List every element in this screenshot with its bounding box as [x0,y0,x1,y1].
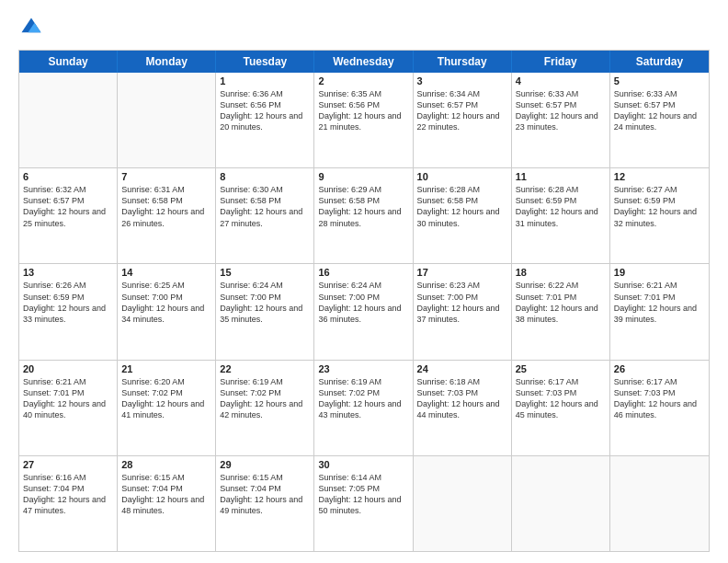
day-number: 11 [516,171,606,182]
day-number: 23 [318,363,408,374]
calendar-cell: 2Sunrise: 6:35 AMSunset: 6:56 PMDaylight… [314,73,413,167]
calendar-cell [118,73,216,167]
day-number: 17 [417,267,507,278]
calendar-week-row: 20Sunrise: 6:21 AMSunset: 7:01 PMDayligh… [19,361,709,456]
day-number: 1 [220,75,310,86]
calendar-cell: 20Sunrise: 6:21 AMSunset: 7:01 PMDayligh… [19,361,118,455]
day-number: 16 [318,267,408,278]
calendar-cell: 12Sunrise: 6:27 AMSunset: 6:59 PMDayligh… [610,168,709,263]
calendar-week-row: 13Sunrise: 6:26 AMSunset: 6:59 PMDayligh… [19,264,709,360]
logo [18,15,48,40]
day-number: 3 [417,75,507,86]
day-info: Sunrise: 6:28 AMSunset: 6:58 PMDaylight:… [417,184,507,229]
day-info: Sunrise: 6:15 AMSunset: 7:04 PMDaylight:… [121,472,211,517]
calendar-cell [610,456,709,551]
day-number: 30 [318,459,408,470]
day-info: Sunrise: 6:27 AMSunset: 6:59 PMDaylight:… [614,184,705,229]
day-info: Sunrise: 6:29 AMSunset: 6:58 PMDaylight:… [318,184,408,229]
calendar-cell: 6Sunrise: 6:32 AMSunset: 6:57 PMDaylight… [19,168,118,263]
day-info: Sunrise: 6:25 AMSunset: 7:00 PMDaylight:… [121,280,211,325]
day-number: 21 [121,363,211,374]
day-of-week-header: Wednesday [314,51,413,73]
day-info: Sunrise: 6:33 AMSunset: 6:57 PMDaylight:… [614,88,705,133]
day-number: 8 [220,171,310,182]
calendar-cell [414,456,512,551]
day-info: Sunrise: 6:32 AMSunset: 6:57 PMDaylight:… [23,184,113,229]
calendar: SundayMondayTuesdayWednesdayThursdayFrid… [18,50,710,552]
calendar-cell: 27Sunrise: 6:16 AMSunset: 7:04 PMDayligh… [19,456,118,551]
page: SundayMondayTuesdayWednesdayThursdayFrid… [0,0,728,563]
day-of-week-header: Monday [118,51,216,73]
day-number: 12 [614,171,705,182]
day-number: 6 [23,171,113,182]
day-info: Sunrise: 6:16 AMSunset: 7:04 PMDaylight:… [23,472,113,517]
calendar-cell: 5Sunrise: 6:33 AMSunset: 6:57 PMDaylight… [610,73,709,167]
calendar-cell [19,73,118,167]
day-number: 22 [220,363,310,374]
logo-icon [18,15,44,40]
calendar-cell: 1Sunrise: 6:36 AMSunset: 6:56 PMDaylight… [216,73,314,167]
calendar-cell: 19Sunrise: 6:21 AMSunset: 7:01 PMDayligh… [610,264,709,359]
day-info: Sunrise: 6:21 AMSunset: 7:01 PMDaylight:… [23,376,113,421]
calendar-cell [512,456,610,551]
day-info: Sunrise: 6:34 AMSunset: 6:57 PMDaylight:… [417,88,507,133]
day-number: 9 [318,171,408,182]
day-info: Sunrise: 6:17 AMSunset: 7:03 PMDaylight:… [614,376,705,421]
day-info: Sunrise: 6:18 AMSunset: 7:03 PMDaylight:… [417,376,507,421]
calendar-week-row: 1Sunrise: 6:36 AMSunset: 6:56 PMDaylight… [19,73,709,168]
day-number: 14 [121,267,211,278]
calendar-cell: 9Sunrise: 6:29 AMSunset: 6:58 PMDaylight… [314,168,413,263]
day-number: 10 [417,171,507,182]
day-number: 18 [516,267,606,278]
day-of-week-header: Friday [512,51,610,73]
day-number: 7 [121,171,211,182]
day-info: Sunrise: 6:24 AMSunset: 7:00 PMDaylight:… [220,280,310,325]
day-number: 20 [23,363,113,374]
day-of-week-header: Thursday [414,51,512,73]
day-info: Sunrise: 6:21 AMSunset: 7:01 PMDaylight:… [614,280,705,325]
day-info: Sunrise: 6:17 AMSunset: 7:03 PMDaylight:… [516,376,606,421]
calendar-cell: 8Sunrise: 6:30 AMSunset: 6:58 PMDaylight… [216,168,314,263]
day-number: 4 [516,75,606,86]
day-info: Sunrise: 6:30 AMSunset: 6:58 PMDaylight:… [220,184,310,229]
day-number: 26 [614,363,705,374]
calendar-cell: 3Sunrise: 6:34 AMSunset: 6:57 PMDaylight… [414,73,512,167]
day-of-week-header: Sunday [19,51,118,73]
calendar-cell: 24Sunrise: 6:18 AMSunset: 7:03 PMDayligh… [414,361,512,455]
calendar-cell: 28Sunrise: 6:15 AMSunset: 7:04 PMDayligh… [118,456,216,551]
day-number: 19 [614,267,705,278]
day-number: 29 [220,459,310,470]
calendar-cell: 14Sunrise: 6:25 AMSunset: 7:00 PMDayligh… [118,264,216,359]
day-number: 5 [614,75,705,86]
day-info: Sunrise: 6:19 AMSunset: 7:02 PMDaylight:… [220,376,310,421]
calendar-cell: 13Sunrise: 6:26 AMSunset: 6:59 PMDayligh… [19,264,118,359]
calendar-cell: 4Sunrise: 6:33 AMSunset: 6:57 PMDaylight… [512,73,610,167]
calendar-cell: 15Sunrise: 6:24 AMSunset: 7:00 PMDayligh… [216,264,314,359]
calendar-cell: 10Sunrise: 6:28 AMSunset: 6:58 PMDayligh… [414,168,512,263]
day-info: Sunrise: 6:33 AMSunset: 6:57 PMDaylight:… [516,88,606,133]
day-number: 28 [121,459,211,470]
calendar-cell: 18Sunrise: 6:22 AMSunset: 7:01 PMDayligh… [512,264,610,359]
calendar-cell: 26Sunrise: 6:17 AMSunset: 7:03 PMDayligh… [610,361,709,455]
day-info: Sunrise: 6:31 AMSunset: 6:58 PMDaylight:… [121,184,211,229]
day-number: 27 [23,459,113,470]
calendar-cell: 17Sunrise: 6:23 AMSunset: 7:00 PMDayligh… [414,264,512,359]
day-info: Sunrise: 6:28 AMSunset: 6:59 PMDaylight:… [516,184,606,229]
day-number: 24 [417,363,507,374]
calendar-body: 1Sunrise: 6:36 AMSunset: 6:56 PMDaylight… [19,73,709,551]
calendar-cell: 30Sunrise: 6:14 AMSunset: 7:05 PMDayligh… [314,456,413,551]
calendar-cell: 7Sunrise: 6:31 AMSunset: 6:58 PMDaylight… [118,168,216,263]
calendar-cell: 11Sunrise: 6:28 AMSunset: 6:59 PMDayligh… [512,168,610,263]
day-number: 13 [23,267,113,278]
day-of-week-header: Saturday [610,51,709,73]
calendar-cell: 22Sunrise: 6:19 AMSunset: 7:02 PMDayligh… [216,361,314,455]
day-number: 15 [220,267,310,278]
day-info: Sunrise: 6:24 AMSunset: 7:00 PMDaylight:… [318,280,408,325]
day-info: Sunrise: 6:19 AMSunset: 7:02 PMDaylight:… [318,376,408,421]
day-info: Sunrise: 6:15 AMSunset: 7:04 PMDaylight:… [220,472,310,517]
calendar-cell: 21Sunrise: 6:20 AMSunset: 7:02 PMDayligh… [118,361,216,455]
day-info: Sunrise: 6:26 AMSunset: 6:59 PMDaylight:… [23,280,113,325]
calendar-header: SundayMondayTuesdayWednesdayThursdayFrid… [19,51,709,73]
day-info: Sunrise: 6:14 AMSunset: 7:05 PMDaylight:… [318,472,408,517]
day-info: Sunrise: 6:35 AMSunset: 6:56 PMDaylight:… [318,88,408,133]
